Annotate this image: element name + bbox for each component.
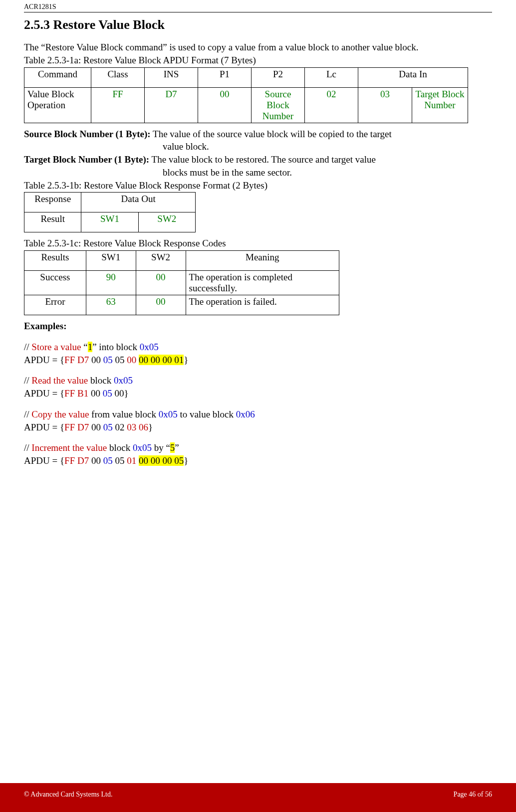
table-response-codes: Results SW1 SW2 Meaning Success 90 00 Th… xyxy=(24,250,339,315)
table-response-format: Response Data Out Result SW1 SW2 xyxy=(24,192,196,232)
text: FF D7 xyxy=(64,355,89,365)
table-cell: 00 xyxy=(198,87,252,123)
table-row: Result SW1 SW2 xyxy=(24,212,196,232)
table-row: Results SW1 SW2 Meaning xyxy=(24,251,339,271)
text: 01 xyxy=(127,455,136,466)
table-cell: SW2 xyxy=(138,212,195,232)
table-cell: FF xyxy=(91,87,145,123)
table-cell: Success xyxy=(24,271,86,295)
text: 00 xyxy=(89,355,103,365)
example-apdu: APDU = {FF B1 00 05 00} xyxy=(24,388,492,400)
table-header-cell: INS xyxy=(145,67,198,87)
table-row: Response Data Out xyxy=(24,193,196,212)
examples-heading: Examples: xyxy=(24,320,492,332)
document-header: ACR1281S xyxy=(24,0,492,12)
field-text: The value block to be restored. The sour… xyxy=(149,154,376,165)
text: } xyxy=(148,422,153,432)
table-cell: The operation is failed. xyxy=(186,295,339,315)
text: 0x06 xyxy=(236,409,255,419)
text: by “ xyxy=(152,442,170,453)
table-header-cell: SW2 xyxy=(136,251,186,271)
example-2: // Read the value block 0x05 APDU = {FF … xyxy=(24,375,492,400)
table-header-cell: Response xyxy=(24,193,81,212)
text: FF D7 xyxy=(64,455,89,466)
text: 03 06 xyxy=(127,422,148,432)
text: Store a value xyxy=(31,342,81,352)
table-cell: SW1 xyxy=(81,212,138,232)
text: 00 xyxy=(88,388,103,399)
text: FF B1 xyxy=(64,388,88,399)
text: 00 xyxy=(127,355,136,365)
table-cell: Error xyxy=(24,295,86,315)
table-header-cell: P2 xyxy=(252,67,305,87)
text: // xyxy=(24,342,31,352)
table-header-cell: Command xyxy=(24,67,91,87)
example-apdu: APDU = {FF D7 00 05 02 03 06} xyxy=(24,421,492,433)
text: // xyxy=(24,442,31,453)
text: 05 xyxy=(103,355,113,365)
example-apdu: APDU = {FF D7 00 05 05 01 00 00 00 05} xyxy=(24,455,492,467)
example-3: // Copy the value from value block 0x05 … xyxy=(24,408,492,433)
text: 02 xyxy=(113,422,127,432)
text: APDU = { xyxy=(24,355,64,365)
text: Copy the value xyxy=(31,409,89,419)
example-1: // Store a value “1” into block 0x05 APD… xyxy=(24,341,492,366)
field-source: Source Block Number (1 Byte): The value … xyxy=(24,128,492,140)
table1-caption: Table 2.5.3-1a: Restore Value Block APDU… xyxy=(24,54,492,66)
field-label: Source Block Number (1 Byte): xyxy=(24,129,151,139)
field-target: Target Block Number (1 Byte): The value … xyxy=(24,154,492,166)
text: } xyxy=(184,355,188,365)
intro-paragraph: The “Restore Value Block command” is use… xyxy=(24,41,492,53)
table-cell: 63 xyxy=(86,295,136,315)
text: from value block xyxy=(89,409,158,419)
text: 05 xyxy=(113,455,127,466)
table2-caption: Table 2.5.3-1b: Restore Value Block Resp… xyxy=(24,180,492,192)
table-header-cell: Meaning xyxy=(186,251,339,271)
table-cell: D7 xyxy=(145,87,198,123)
table-header-cell: SW1 xyxy=(86,251,136,271)
table-row: Value Block Operation FF D7 00 Source Bl… xyxy=(24,87,468,123)
text: } xyxy=(184,455,188,466)
table-header-cell: Data In xyxy=(358,67,468,87)
table-header-cell: Lc xyxy=(305,67,358,87)
field-text: The value of the source value block will… xyxy=(151,129,392,139)
section-name: Restore Value Block xyxy=(53,17,165,32)
text: 0x05 xyxy=(140,342,159,352)
text: APDU = { xyxy=(24,455,64,466)
text: 00} xyxy=(112,388,129,399)
table-cell: 00 xyxy=(136,271,186,295)
table-apdu-format: Command Class INS P1 P2 Lc Data In Value… xyxy=(24,67,468,123)
text: 05 xyxy=(113,355,127,365)
text: block xyxy=(107,442,133,453)
text: 00 xyxy=(89,455,103,466)
text: 1 xyxy=(88,342,93,352)
header-rule xyxy=(24,12,492,12)
text: APDU = { xyxy=(24,422,64,432)
text: Increment the value xyxy=(31,442,107,453)
text: to value block xyxy=(178,409,236,419)
text: 5 xyxy=(170,442,175,453)
table-header-cell: Results xyxy=(24,251,86,271)
text: 05 xyxy=(103,455,113,466)
text: APDU = { xyxy=(24,388,64,399)
table-row: Success 90 00 The operation is completed… xyxy=(24,271,339,295)
text: 00 00 00 05 xyxy=(139,455,184,466)
example-apdu: APDU = {FF D7 00 05 05 00 00 00 00 01} xyxy=(24,354,492,366)
text: ” xyxy=(175,442,179,453)
page-footer: © Advanced Card Systems Ltd. Page 46 of … xyxy=(0,783,516,812)
text: 00 00 00 01 xyxy=(139,355,184,365)
section-number: 2.5.3 xyxy=(24,17,50,32)
example-comment: // Increment the value block 0x05 by “5” xyxy=(24,442,492,454)
table-header-cell: P1 xyxy=(198,67,252,87)
table-row: Error 63 00 The operation is failed. xyxy=(24,295,339,315)
field-target-cont: blocks must be in the same sector. xyxy=(24,167,492,179)
table3-caption: Table 2.5.3-1c: Restore Value Block Resp… xyxy=(24,237,492,249)
text: block xyxy=(88,375,114,386)
text: FF D7 xyxy=(64,422,89,432)
table-row: Command Class INS P1 P2 Lc Data In xyxy=(24,67,468,87)
text: 0x05 xyxy=(133,442,152,453)
text: Read the value xyxy=(31,375,88,386)
table-cell: Value Block Operation xyxy=(24,87,91,123)
footer-copyright: © Advanced Card Systems Ltd. xyxy=(24,791,112,799)
example-comment: // Read the value block 0x05 xyxy=(24,375,492,387)
